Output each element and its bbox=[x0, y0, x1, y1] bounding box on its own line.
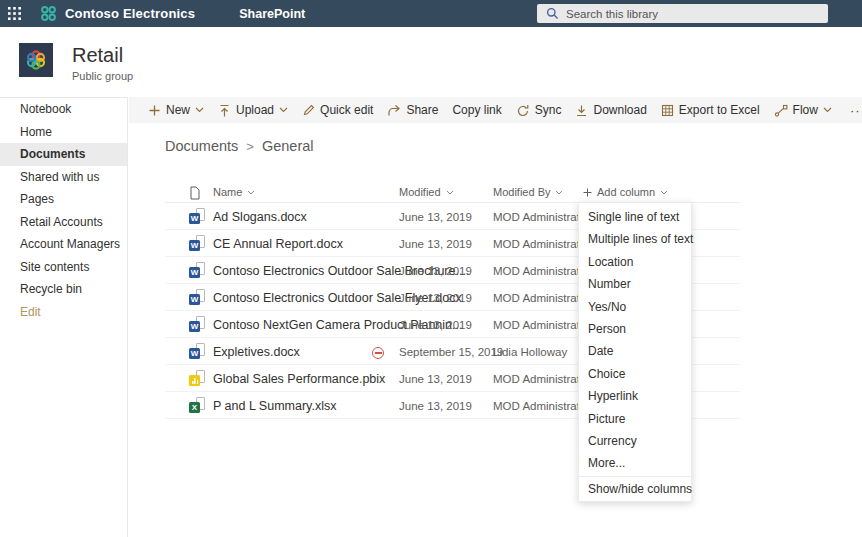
library-search-box[interactable] bbox=[537, 4, 828, 23]
menu-item-currency[interactable]: Currency bbox=[579, 430, 691, 452]
file-name[interactable]: P and L Summary.xlsx bbox=[213, 399, 336, 413]
file-modified: June 13, 2019 bbox=[399, 238, 472, 250]
menu-item-location[interactable]: Location bbox=[579, 251, 691, 273]
download-icon bbox=[575, 104, 588, 117]
copy-link-label: Copy link bbox=[452, 103, 501, 117]
breadcrumb-general[interactable]: General bbox=[262, 138, 314, 154]
menu-divider bbox=[579, 476, 691, 477]
site-title[interactable]: Retail bbox=[72, 45, 123, 65]
blocked-icon bbox=[372, 347, 384, 359]
site-logo[interactable] bbox=[19, 43, 53, 77]
file-row[interactable]: Expletives.docx September 15, 2019 Lidia… bbox=[0, 338, 862, 365]
sidebar-item-home[interactable]: Home bbox=[0, 121, 127, 144]
menu-item-picture[interactable]: Picture bbox=[579, 408, 691, 430]
menu-item-show-hide-columns[interactable]: Show/hide columns bbox=[579, 478, 691, 501]
file-list: Ad Slogans.docx June 13, 2019 MOD Admini… bbox=[0, 203, 862, 419]
excel-grid-icon bbox=[661, 104, 674, 117]
file-modified: June 13, 2019 bbox=[399, 211, 472, 223]
file-row[interactable]: Contoso Electronics Outdoor Sale Flyer.d… bbox=[0, 284, 862, 311]
file-row[interactable]: Contoso NextGen Camera Product Plannin..… bbox=[0, 311, 862, 338]
file-type-icon bbox=[189, 370, 206, 386]
add-column-button[interactable]: Add column bbox=[583, 186, 668, 198]
file-modified: September 15, 2019 bbox=[399, 346, 503, 358]
search-input[interactable] bbox=[566, 8, 806, 20]
file-type-icon bbox=[189, 397, 206, 413]
column-header-name[interactable]: Name bbox=[213, 186, 255, 198]
quick-edit-button[interactable]: Quick edit bbox=[302, 103, 373, 117]
sharepoint-link[interactable]: SharePoint bbox=[239, 7, 305, 21]
add-column-menu: Single line of text Multiple lines of te… bbox=[578, 202, 692, 502]
quick-edit-label: Quick edit bbox=[320, 103, 373, 117]
flow-button[interactable]: Flow bbox=[774, 103, 832, 117]
file-name[interactable]: Expletives.docx bbox=[213, 345, 300, 359]
menu-item-date[interactable]: Date bbox=[579, 340, 691, 362]
file-row[interactable]: P and L Summary.xlsx June 13, 2019 MOD A… bbox=[0, 392, 862, 419]
breadcrumb: Documents > General bbox=[165, 138, 314, 154]
overflow-menu-button[interactable]: ··· bbox=[850, 103, 862, 118]
sidebar-item-documents[interactable]: Documents bbox=[0, 143, 127, 166]
file-modified-by: MOD Administrator bbox=[493, 292, 590, 304]
file-modified: June 13, 2019 bbox=[399, 292, 472, 304]
document-icon bbox=[189, 186, 201, 200]
export-to-excel-button[interactable]: Export to Excel bbox=[661, 103, 760, 117]
menu-item-person[interactable]: Person bbox=[579, 318, 691, 340]
file-modified: June 13, 2019 bbox=[399, 319, 472, 331]
waffle-grid-icon bbox=[8, 7, 21, 20]
breadcrumb-separator: > bbox=[246, 139, 254, 154]
chevron-down-icon bbox=[247, 190, 255, 195]
file-modified-by: MOD Administrator bbox=[493, 373, 590, 385]
chevron-down-icon bbox=[195, 107, 204, 113]
file-row[interactable]: Global Sales Performance.pbix June 13, 2… bbox=[0, 365, 862, 392]
breadcrumb-documents[interactable]: Documents bbox=[165, 138, 238, 154]
file-modified-by: MOD Administrator bbox=[493, 319, 590, 331]
file-name[interactable]: Ad Slogans.docx bbox=[213, 210, 307, 224]
list-header: Name Modified Modified By Add column bbox=[0, 184, 862, 202]
file-type-icon bbox=[189, 289, 206, 305]
column-header-modified-by[interactable]: Modified By bbox=[493, 186, 563, 198]
sync-button[interactable]: Sync bbox=[516, 103, 562, 117]
add-column-label: Add column bbox=[597, 186, 655, 198]
chevron-down-icon bbox=[660, 190, 668, 195]
plus-icon bbox=[148, 104, 161, 117]
app-launcher-icon[interactable] bbox=[0, 0, 28, 27]
menu-item-hyperlink[interactable]: Hyperlink bbox=[579, 385, 691, 407]
menu-item-more[interactable]: More... bbox=[579, 452, 691, 474]
new-label: New bbox=[166, 103, 190, 117]
menu-item-single-line-of-text[interactable]: Single line of text bbox=[579, 206, 691, 228]
upload-button[interactable]: Upload bbox=[218, 103, 288, 117]
modified-column-label: Modified bbox=[399, 186, 441, 198]
menu-item-number[interactable]: Number bbox=[579, 273, 691, 295]
sidebar-item-notebook[interactable]: Notebook bbox=[0, 98, 127, 121]
contoso-logo-icon bbox=[40, 5, 57, 22]
new-button[interactable]: New bbox=[148, 103, 204, 117]
download-button[interactable]: Download bbox=[575, 103, 646, 117]
file-name[interactable]: Global Sales Performance.pbix bbox=[213, 372, 385, 386]
upload-icon bbox=[218, 104, 231, 117]
menu-item-multiple-lines-of-text[interactable]: Multiple lines of text bbox=[579, 228, 691, 250]
download-label: Download bbox=[593, 103, 646, 117]
suite-bar: Contoso Electronics SharePoint bbox=[0, 0, 862, 27]
brand-name[interactable]: Contoso Electronics bbox=[65, 6, 195, 21]
export-to-excel-label: Export to Excel bbox=[679, 103, 760, 117]
command-bar: New Upload Quick edit Share Copy link Sy… bbox=[129, 97, 862, 123]
file-row[interactable]: CE Annual Report.docx June 13, 2019 MOD … bbox=[0, 230, 862, 257]
flow-label: Flow bbox=[793, 103, 818, 117]
file-modified: June 13, 2019 bbox=[399, 265, 472, 277]
file-name[interactable]: CE Annual Report.docx bbox=[213, 237, 343, 251]
menu-item-choice[interactable]: Choice bbox=[579, 363, 691, 385]
search-icon bbox=[546, 7, 559, 20]
file-modified-by: Lidia Holloway bbox=[493, 346, 567, 358]
file-type-column-icon[interactable] bbox=[189, 186, 201, 200]
file-row[interactable]: Ad Slogans.docx June 13, 2019 MOD Admini… bbox=[0, 203, 862, 230]
copy-link-button[interactable]: Copy link bbox=[452, 103, 501, 117]
name-column-label: Name bbox=[213, 186, 242, 198]
sync-label: Sync bbox=[535, 103, 562, 117]
menu-item-yes-no[interactable]: Yes/No bbox=[579, 296, 691, 318]
share-button[interactable]: Share bbox=[387, 103, 438, 117]
file-modified-by: MOD Administrator bbox=[493, 211, 590, 223]
chevron-down-icon bbox=[279, 107, 288, 113]
column-header-modified[interactable]: Modified bbox=[399, 186, 454, 198]
file-type-icon bbox=[189, 262, 206, 278]
file-row[interactable]: Contoso Electronics Outdoor Sale Brochur… bbox=[0, 257, 862, 284]
file-modified-by: MOD Administrator bbox=[493, 265, 590, 277]
